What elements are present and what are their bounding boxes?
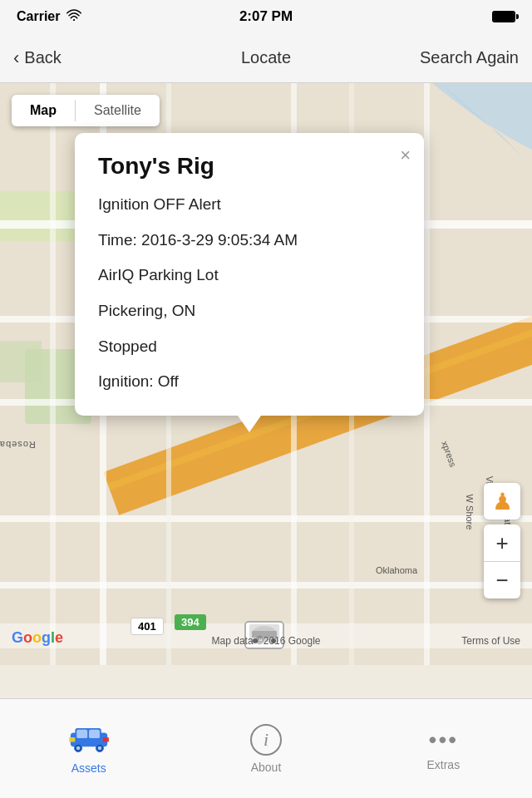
highway-401-marker: 401 [131, 618, 164, 635]
svg-rect-14 [0, 582, 532, 589]
popup-line-5: Stopped [98, 337, 401, 357]
battery-icon [492, 11, 515, 22]
svg-point-0 [73, 19, 75, 21]
extras-dots-icon: ••• [429, 727, 458, 753]
nav-bar: ‹ Back Locate Search Again [0, 33, 532, 83]
google-logo: Google [12, 629, 63, 647]
svg-point-30 [76, 746, 80, 750]
tab-bar: Assets i About ••• Extras [0, 698, 532, 798]
svg-rect-34 [102, 737, 108, 742]
status-bar: Carrier 2:07 PM [0, 0, 532, 33]
svg-rect-33 [69, 737, 75, 742]
popup-line-3: AirIQ Parking Lot [98, 265, 401, 286]
map-container: Map Satellite Strouds Ln Rosebank Rd Okl… [0, 83, 532, 665]
tab-about[interactable]: i About [177, 724, 354, 774]
svg-rect-28 [89, 729, 100, 737]
svg-rect-12 [424, 83, 430, 665]
tab-extras-label: Extras [426, 758, 460, 771]
search-again-button[interactable]: Search Again [420, 48, 519, 67]
popup-card: × Tony's Rig Ignition OFF Alert Time: 20… [75, 133, 424, 416]
svg-rect-4 [0, 191, 83, 241]
zoom-controls: + − [484, 525, 520, 598]
carrier-label: Carrier [17, 9, 60, 24]
popup-line-6: Ignition: Off [98, 372, 401, 392]
back-chevron-icon: ‹ [13, 47, 19, 69]
popup-line-4: Pickering, ON [98, 301, 401, 322]
status-left: Carrier [17, 9, 81, 24]
zoom-in-button[interactable]: + [484, 525, 520, 561]
map-data-label: Map data ©2016 Google [212, 635, 321, 647]
back-label: Back [24, 48, 61, 67]
map-type-control: Map Satellite [12, 95, 160, 126]
car-icon [69, 723, 109, 756]
map-type-satellite-button[interactable]: Satellite [76, 95, 160, 126]
tab-extras[interactable]: ••• Extras [355, 727, 532, 771]
tab-assets-label: Assets [71, 761, 106, 775]
streetview-person-button[interactable]: ♟ [484, 483, 520, 520]
map-type-map-button[interactable]: Map [12, 95, 75, 126]
popup-close-button[interactable]: × [400, 146, 411, 165]
popup-line-2: Time: 2016-3-29 9:05:34 AM [98, 230, 401, 251]
popup-line-1: Ignition OFF Alert [98, 195, 401, 215]
tab-about-label: About [251, 761, 282, 774]
terms-label: Terms of Use [461, 635, 520, 647]
info-icon: i [250, 724, 282, 756]
svg-rect-27 [76, 729, 87, 737]
status-time: 2:07 PM [239, 8, 293, 25]
svg-point-32 [97, 746, 101, 750]
popup-title: Tony's Rig [98, 153, 401, 180]
status-right [492, 11, 515, 22]
wifi-icon [66, 9, 81, 24]
nav-title: Locate [241, 48, 291, 67]
svg-rect-13 [0, 515, 532, 522]
person-icon: ♟ [492, 488, 513, 515]
svg-rect-16 [50, 83, 56, 665]
tab-assets[interactable]: Assets [0, 723, 177, 775]
svg-rect-3 [0, 341, 42, 382]
highway-394-marker: 394 [175, 614, 206, 630]
back-button[interactable]: ‹ Back [13, 47, 62, 69]
zoom-out-button[interactable]: − [484, 562, 520, 598]
